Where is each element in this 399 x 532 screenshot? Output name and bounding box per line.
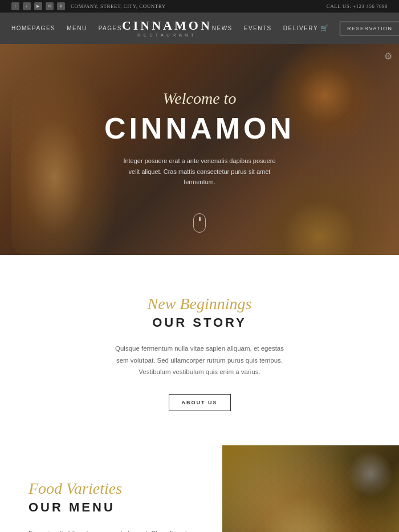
nav-logo[interactable]: CINNAMON RESTAURANT [122,19,212,38]
email-icon[interactable]: ✉ [46,2,54,10]
social-icons: f t ▶ ✉ ⊕ [11,2,65,10]
story-section: New Beginnings OUR STORY Quisque ferment… [0,255,399,445]
scroll-indicator [193,213,206,233]
story-title: OUR STORY [11,315,388,330]
nav-delivery-link[interactable]: DELIVERY [283,25,318,31]
youtube-icon[interactable]: ▶ [34,2,42,10]
facebook-icon[interactable]: f [11,2,19,10]
menu-title: OUR MENU [28,500,199,515]
top-bar: f t ▶ ✉ ⊕ COMPANY, STREET, CITY, COUNTRY… [0,0,399,13]
nav-pages[interactable]: PAGES [99,25,122,31]
about-us-button[interactable]: ABOUT US [169,394,231,411]
menu-script-heading: Food Varieties [28,480,199,498]
menu-food-image [222,445,399,532]
address-text: COMPANY, STREET, CITY, COUNTRY [71,3,166,9]
menu-text: Fusce iaculis bibendum purus at placerat… [28,527,199,532]
logo-main-text: CINNAMON [122,19,212,33]
story-text: Quisque fermentum nulla vitae sapien ali… [108,343,291,378]
menu-section: Food Varieties OUR MENU Fusce iaculis bi… [0,445,399,532]
story-script-heading: New Beginnings [11,295,388,313]
phone-text: CALL US: +123 456 7890 [327,3,388,9]
reservation-button[interactable]: RESERVATION [340,22,399,35]
nav-events[interactable]: EVENTS [244,25,272,31]
twitter-icon[interactable]: t [23,2,31,10]
hero-content: Welcome to CINNAMON Integer posuere erat… [0,44,399,233]
hero-description: Integer posuere erat a ante venenatis da… [120,156,279,188]
hero-title-text: CINNAMON [0,111,399,145]
location-icon[interactable]: ⊕ [57,2,65,10]
hero-section: ⚙ Welcome to CINNAMON Integer posuere er… [0,44,399,255]
nav-delivery[interactable]: DELIVERY 🛒 [283,25,328,32]
hero-welcome-text: Welcome to [0,90,399,108]
main-nav: HOMEPAGES MENU PAGES CINNAMON RESTAURANT… [0,13,399,44]
nav-right: NEWS EVENTS DELIVERY 🛒 RESERVATION [212,22,399,35]
menu-content: Food Varieties OUR MENU Fusce iaculis bi… [0,445,222,532]
nav-left: HOMEPAGES MENU PAGES [11,25,122,31]
cart-icon: 🛒 [320,25,328,32]
nav-news[interactable]: NEWS [212,25,233,31]
nav-menu[interactable]: MENU [67,25,87,31]
logo-sub-text: RESTAURANT [122,33,212,38]
nav-homepages[interactable]: HOMEPAGES [11,25,55,31]
settings-icon[interactable]: ⚙ [384,51,392,62]
